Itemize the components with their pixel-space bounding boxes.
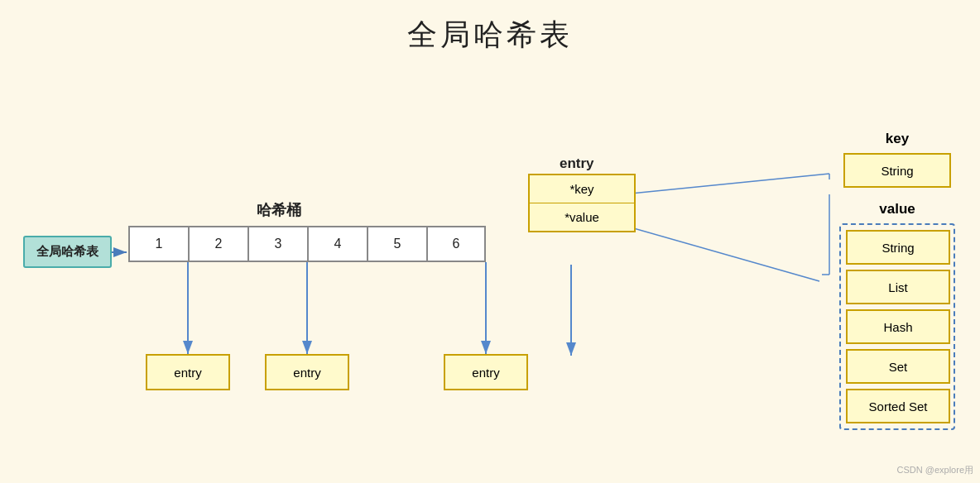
key-label: key	[839, 131, 955, 147]
entry-main-box: *key *value	[528, 174, 636, 232]
value-label: value	[839, 201, 955, 218]
entry-value-row: *value	[530, 203, 634, 231]
diagram: 全局哈希表 哈希桶 1 2 3 4 5 6 entry *key *value …	[0, 58, 980, 480]
key-section: key String value String List Hash Set So…	[839, 131, 955, 430]
bottom-entry-2: entry	[265, 354, 349, 390]
bucket-cell-1: 1	[128, 226, 188, 262]
value-hash-box: Hash	[846, 309, 950, 344]
entry-label-above: entry	[560, 155, 594, 172]
svg-line-9	[631, 227, 819, 281]
key-string-box: String	[843, 153, 951, 188]
value-string-box: String	[846, 230, 950, 265]
svg-line-7	[631, 174, 829, 194]
bucket-label: 哈希桶	[257, 200, 301, 220]
bucket-cell-6: 6	[426, 226, 486, 262]
value-sortedset-box: Sorted Set	[846, 389, 950, 423]
value-set-box: Set	[846, 349, 950, 384]
bucket-cell-3: 3	[247, 226, 307, 262]
value-types-dashed: String List Hash Set Sorted Set	[839, 223, 955, 430]
bucket-cell-2: 2	[188, 226, 247, 262]
page-title: 全局哈希表	[0, 0, 980, 55]
bottom-entry-3: entry	[444, 354, 528, 390]
global-hashtable-box: 全局哈希表	[23, 236, 112, 268]
bottom-entry-1: entry	[146, 354, 230, 390]
arrows-svg	[0, 58, 980, 483]
bucket-row: 1 2 3 4 5 6	[128, 226, 486, 262]
entry-key-row: *key	[530, 175, 634, 203]
watermark: CSDN @explore用	[897, 464, 973, 476]
value-list-box: List	[846, 270, 950, 304]
bucket-cell-5: 5	[367, 226, 426, 262]
bucket-cell-4: 4	[307, 226, 367, 262]
